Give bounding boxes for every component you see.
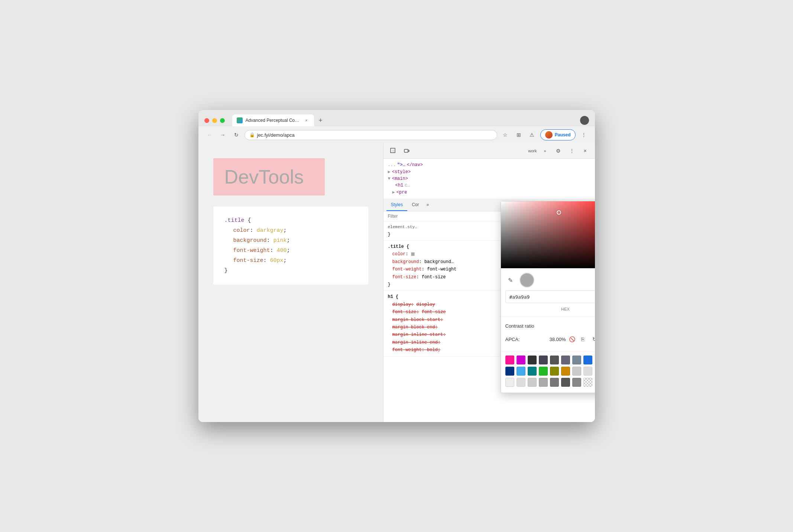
reload-button[interactable]: ↻ — [231, 130, 242, 140]
color-picker-popup: ✎ — [501, 201, 595, 393]
hex-row: ▲ ▼ — [505, 291, 595, 303]
swatch[interactable] — [505, 356, 514, 364]
nav-actions: ☆ ⊞ ⚠ Paused ⋮ — [500, 129, 589, 140]
new-tab-button[interactable]: + — [315, 115, 326, 126]
swatch[interactable] — [550, 367, 559, 376]
apca-fail-icon: 🚫 — [569, 336, 575, 342]
devtools-panel: work » ⚙ ⋮ × ... ">…</nav> ▶ <style> ▼ <… — [383, 143, 595, 422]
swatches-row-1: ▲ ▼ — [505, 355, 595, 364]
swatch[interactable] — [517, 356, 525, 364]
devtools-settings-button[interactable]: ⚙ — [553, 146, 564, 156]
paused-avatar — [545, 131, 553, 139]
swatch[interactable] — [528, 367, 537, 376]
swatch[interactable] — [572, 356, 581, 364]
bookmark-button[interactable]: ☆ — [500, 130, 511, 140]
url-text: jec.fyi/demo/apca — [257, 132, 295, 138]
warning-button[interactable]: ⚠ — [527, 130, 537, 140]
page-content: DevTools .title { color: darkgray; backg… — [198, 143, 383, 422]
swatch[interactable] — [517, 367, 525, 376]
contrast-section: Contrast ratio 19.28% 🚫 ∧ APCA: 38.00% 🚫 — [501, 317, 595, 351]
profile-button[interactable] — [580, 116, 589, 125]
hex-input[interactable] — [506, 292, 595, 302]
code-selector: .title — [224, 217, 245, 224]
forward-button[interactable]: → — [218, 130, 228, 140]
code-box: .title { color: darkgray; background: pi… — [213, 207, 368, 285]
swatches-row-2 — [505, 367, 595, 376]
eyedropper-button[interactable]: ✎ — [505, 275, 516, 285]
swatch[interactable] — [505, 378, 514, 387]
swatches-section: ▲ ▼ — [501, 351, 595, 393]
swatch-transparent[interactable] — [583, 378, 592, 387]
svg-rect-0 — [391, 148, 395, 153]
dom-line: <h1 c… — [388, 182, 590, 189]
nav-bar: ← → ↻ 🔒 jec.fyi/demo/apca ☆ ⊞ ⚠ Paused ⋮ — [198, 126, 595, 143]
close-button[interactable] — [204, 118, 209, 123]
main-content: DevTools .title { color: darkgray; backg… — [198, 143, 595, 422]
swatch[interactable] — [539, 378, 548, 387]
demo-title-box: DevTools — [213, 158, 325, 195]
svg-rect-2 — [408, 150, 409, 152]
swatch[interactable] — [550, 356, 559, 364]
devtools-close-button[interactable]: × — [580, 146, 590, 156]
swatch[interactable] — [505, 367, 514, 376]
title-selector: .title { — [388, 243, 410, 250]
swatch[interactable] — [539, 356, 548, 364]
swatch[interactable] — [528, 378, 537, 387]
inspect-element-button[interactable] — [388, 146, 398, 156]
back-button[interactable]: ← — [204, 130, 215, 140]
extensions-button[interactable]: ⊞ — [514, 130, 524, 140]
active-tab[interactable]: Advanced Perceptual Contrast × — [232, 114, 314, 126]
paused-button[interactable]: Paused — [540, 129, 576, 140]
tab-favicon — [237, 117, 243, 123]
color-cursor[interactable] — [557, 210, 561, 215]
tab-close-button[interactable]: × — [304, 117, 310, 123]
swatch[interactable] — [572, 367, 581, 376]
traffic-lights — [204, 118, 225, 123]
devtools-panel-name: work — [415, 149, 537, 153]
apca-refresh-button[interactable]: ↻ — [590, 335, 595, 344]
hex-label: HEX — [505, 306, 595, 312]
svg-rect-1 — [404, 149, 408, 152]
devtools-toolbar: work » ⚙ ⋮ × — [383, 143, 595, 159]
swatch[interactable] — [572, 378, 581, 387]
swatch[interactable] — [583, 367, 592, 376]
color-preview — [520, 273, 534, 288]
minimize-button[interactable] — [212, 118, 217, 123]
contrast-ratio-label: Contrast ratio — [505, 323, 534, 329]
swatch[interactable] — [528, 356, 537, 364]
h1-selector: h1 { — [388, 294, 399, 299]
dom-line: ▶ <pre — [388, 189, 590, 196]
device-toggle-button[interactable] — [401, 146, 412, 156]
computed-tab[interactable]: Cor — [407, 199, 423, 211]
swatch[interactable] — [561, 378, 570, 387]
swatch[interactable] — [550, 378, 559, 387]
styles-tab[interactable]: Styles — [386, 199, 408, 211]
lock-icon: 🔒 — [249, 132, 255, 137]
tab-bar: Advanced Perceptual Contrast × + — [232, 114, 576, 126]
contrast-row: Contrast ratio 19.28% 🚫 ∧ — [505, 321, 595, 331]
dom-line: ... ">…</nav> — [388, 162, 590, 168]
paused-label: Paused — [555, 132, 571, 137]
swatch[interactable] — [517, 378, 525, 387]
more-tabs-button[interactable]: » — [424, 199, 432, 211]
swatch[interactable] — [539, 367, 548, 376]
browser-window: Advanced Perceptual Contrast × + ← → ↻ 🔒… — [198, 110, 595, 422]
title-bar: Advanced Perceptual Contrast × + — [198, 110, 595, 126]
apca-row: APCA: 38.00% 🚫 ⎘ ↻ ✐ Aa — [505, 331, 595, 347]
browser-menu-button[interactable]: ⋮ — [579, 130, 589, 140]
swatch[interactable] — [561, 356, 570, 364]
devtools-expand-button[interactable]: » — [540, 146, 550, 156]
color-swatch-inline[interactable] — [411, 252, 415, 256]
dom-line: ▼ <main> — [388, 175, 590, 182]
apca-copy-button[interactable]: ⎘ — [578, 335, 587, 344]
address-bar[interactable]: 🔒 jec.fyi/demo/apca — [245, 130, 497, 140]
dom-line: ▶ <style> — [388, 168, 590, 175]
dom-tree: ... ">…</nav> ▶ <style> ▼ <main> <h1 c… … — [383, 159, 595, 199]
devtools-more-button[interactable]: ⋮ — [567, 146, 577, 156]
swatches-row-3 — [505, 378, 595, 387]
maximize-button[interactable] — [220, 118, 225, 123]
swatch[interactable] — [583, 356, 592, 364]
color-gradient[interactable] — [501, 201, 595, 268]
swatch[interactable] — [561, 367, 570, 376]
apca-value: 38.00% — [549, 337, 566, 342]
